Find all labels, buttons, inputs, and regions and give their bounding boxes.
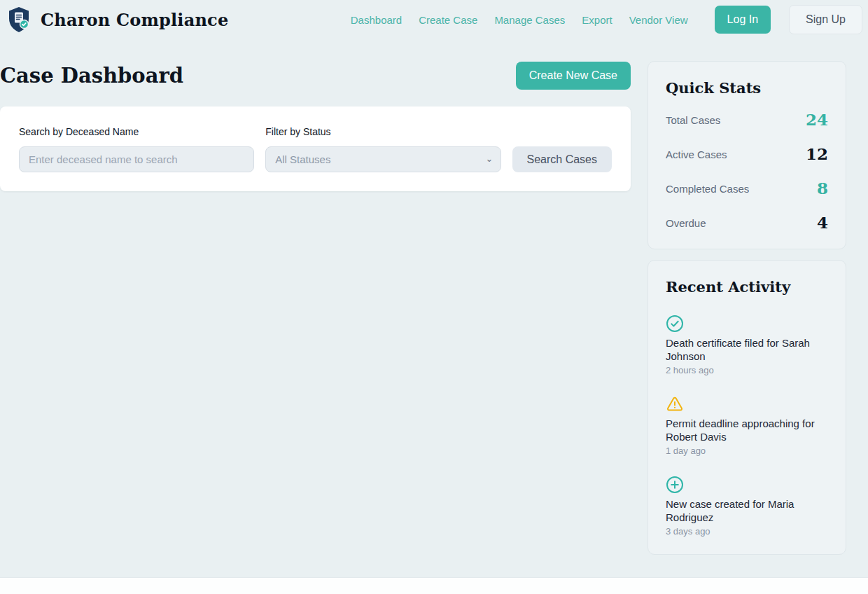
- sidebar: Quick Stats Total Cases 24 Active Cases …: [648, 61, 846, 555]
- stat-value: 4: [817, 214, 828, 231]
- activity-time: 2 hours ago: [666, 365, 828, 375]
- activity-text: New case created for Maria Rodriguez: [666, 497, 818, 524]
- status-filter-select[interactable]: All Statuses: [265, 146, 500, 172]
- deceased-name-input[interactable]: [19, 146, 254, 172]
- status-filter-field-group: Filter by Status All Statuses ⌄: [265, 126, 500, 172]
- dashboard-column: Case Dashboard Create New Case Search by…: [0, 39, 631, 191]
- stat-row-active-cases: Active Cases 12: [666, 146, 828, 163]
- stat-label: Total Cases: [666, 114, 720, 126]
- activity-time: 1 day ago: [666, 446, 828, 456]
- activity-time: 3 days ago: [666, 526, 828, 537]
- footer: [0, 577, 868, 594]
- stat-value: 8: [817, 180, 828, 197]
- case-search-panel: Search by Deceased Name Filter by Status…: [0, 106, 631, 191]
- activity-item: New case created for Maria Rodriguez 3 d…: [666, 476, 828, 537]
- activity-text: Death certificate filed for Sarah Johnso…: [666, 336, 818, 363]
- warning-triangle-icon: [666, 395, 684, 413]
- login-button[interactable]: Log In: [715, 6, 771, 34]
- stat-value: 24: [806, 111, 828, 128]
- search-cases-button[interactable]: Search Cases: [512, 146, 612, 172]
- check-circle-icon: [666, 315, 684, 333]
- quick-stats-title: Quick Stats: [666, 79, 828, 97]
- activity-item: Death certificate filed for Sarah Johnso…: [666, 315, 828, 375]
- stat-label: Completed Cases: [666, 183, 749, 195]
- stat-label: Active Cases: [666, 148, 727, 160]
- nav-link-manage-cases[interactable]: Manage Cases: [494, 14, 565, 26]
- brand: Charon Compliance: [6, 6, 228, 34]
- nav-link-export[interactable]: Export: [582, 14, 612, 26]
- recent-activity-card: Recent Activity Death certificate filed …: [648, 260, 846, 555]
- status-filter-label: Filter by Status: [265, 126, 500, 137]
- page-header: Case Dashboard Create New Case: [0, 62, 631, 90]
- shield-document-logo-icon: [6, 6, 32, 34]
- plus-circle-icon: [666, 476, 684, 494]
- navbar: Charon Compliance Dashboard Create Case …: [0, 0, 868, 39]
- stat-row-total-cases: Total Cases 24: [666, 111, 828, 128]
- stat-row-completed-cases: Completed Cases 8: [666, 180, 828, 197]
- main-nav: Dashboard Create Case Manage Cases Expor…: [334, 5, 862, 34]
- stat-row-overdue: Overdue 4: [666, 214, 828, 231]
- nav-link-dashboard[interactable]: Dashboard: [351, 14, 402, 26]
- quick-stats-card: Quick Stats Total Cases 24 Active Cases …: [648, 61, 846, 249]
- deceased-name-label: Search by Deceased Name: [19, 126, 254, 137]
- recent-activity-title: Recent Activity: [666, 278, 828, 296]
- signup-button[interactable]: Sign Up: [789, 5, 862, 34]
- create-new-case-button[interactable]: Create New Case: [516, 62, 631, 90]
- nav-link-create-case[interactable]: Create Case: [419, 14, 477, 26]
- brand-title: Charon Compliance: [41, 10, 228, 30]
- nav-link-vendor-view[interactable]: Vendor View: [629, 14, 688, 26]
- main-content: Case Dashboard Create New Case Search by…: [0, 39, 868, 577]
- stat-value: 12: [806, 146, 828, 163]
- activity-item: Permit deadline approaching for Robert D…: [666, 395, 828, 456]
- stat-label: Overdue: [666, 217, 706, 229]
- deceased-name-field-group: Search by Deceased Name: [19, 126, 254, 172]
- activity-text: Permit deadline approaching for Robert D…: [666, 417, 818, 443]
- page-title: Case Dashboard: [0, 64, 183, 88]
